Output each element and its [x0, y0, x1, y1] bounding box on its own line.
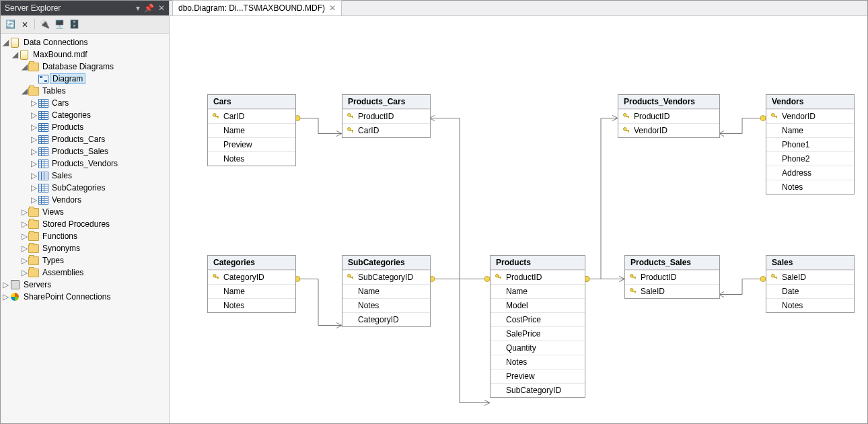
diagram-column[interactable]: Preview — [491, 369, 585, 383]
tree-node-functions[interactable]: Functions — [41, 232, 79, 241]
expand-icon[interactable]: ▷ — [30, 98, 37, 108]
diagram-column[interactable]: VendorID — [618, 123, 719, 137]
diagram-column[interactable]: Name — [208, 284, 295, 298]
diagram-table-header[interactable]: Products — [491, 256, 585, 270]
diagram-column[interactable]: Name — [208, 123, 295, 137]
expand-icon[interactable]: ▷ — [30, 135, 37, 144]
diagram-column[interactable]: VendorID — [766, 109, 854, 123]
tree-node-table[interactable]: Products_Sales — [50, 147, 110, 156]
tree-node-dbdiagrams[interactable]: Database Diagrams — [41, 62, 115, 71]
expand-icon[interactable]: ▷ — [2, 280, 9, 289]
diagram-column[interactable]: CategoryID — [208, 270, 295, 284]
diagram-column[interactable]: Notes — [491, 355, 585, 369]
diagram-column[interactable]: Notes — [208, 151, 295, 166]
diagram-column[interactable]: Name — [491, 284, 585, 298]
add-connection-icon[interactable]: 🗄️ — [69, 19, 79, 30]
expand-icon[interactable]: ▷ — [30, 171, 37, 180]
expand-icon[interactable]: ▷ — [21, 232, 28, 241]
diagram-column[interactable]: Quantity — [491, 341, 585, 355]
refresh-icon[interactable]: 🔄 — [5, 19, 15, 30]
diagram-table-products_vendors[interactable]: Products_VendorsProductIDVendorID — [618, 94, 720, 138]
tree-node-table[interactable]: Vendors — [50, 195, 83, 205]
diagram-column[interactable]: Notes — [208, 298, 295, 312]
tree-node-table[interactable]: Sales — [50, 171, 73, 180]
expand-icon[interactable]: ▷ — [30, 195, 37, 205]
diagram-column[interactable]: Notes — [342, 298, 430, 312]
diagram-column[interactable]: CostPrice — [491, 312, 585, 326]
expand-icon[interactable]: ◢ — [11, 50, 18, 59]
tree-node-tables-folder[interactable]: Tables — [41, 86, 67, 96]
expand-icon[interactable]: ▷ — [21, 244, 28, 253]
diagram-table-products_cars[interactable]: Products_CarsProductIDCarID — [342, 94, 431, 138]
diagram-column[interactable]: ProductID — [625, 270, 719, 284]
diagram-column[interactable]: SaleID — [625, 284, 719, 298]
diagram-column[interactable]: ProductID — [342, 109, 430, 123]
expand-icon[interactable]: ◢ — [21, 86, 28, 96]
diagram-column[interactable]: SubCategoryID — [342, 270, 430, 284]
tree-node-data-connections[interactable]: Data Connections — [22, 38, 89, 47]
diagram-table-header[interactable]: Cars — [208, 95, 295, 109]
tree-node-views[interactable]: Views — [41, 207, 65, 217]
expand-icon[interactable]: ▷ — [21, 219, 28, 229]
diagram-column[interactable]: Preview — [208, 137, 295, 151]
tree-node-table[interactable]: Products — [50, 122, 85, 132]
diagram-column[interactable]: CarID — [342, 123, 430, 137]
add-server-icon[interactable]: 🖥️ — [54, 19, 65, 30]
tree-node-table[interactable]: Products_Vendors — [50, 159, 119, 168]
diagram-column[interactable]: CategoryID — [342, 312, 430, 326]
tree-node-assemblies[interactable]: Assemblies — [41, 268, 85, 277]
diagram-column[interactable]: Address — [766, 166, 854, 180]
diagram-column[interactable]: Phone2 — [766, 151, 854, 166]
expand-icon[interactable]: ▷ — [30, 122, 37, 132]
expand-icon[interactable]: ▷ — [30, 159, 37, 168]
diagram-column[interactable]: Name — [766, 123, 854, 137]
close-icon[interactable]: ✕ — [158, 3, 165, 13]
diagram-table-header[interactable]: Vendors — [766, 95, 854, 109]
dropdown-icon[interactable]: ▾ — [136, 3, 140, 13]
expand-icon[interactable]: ▷ — [30, 110, 37, 120]
diagram-table-products_sales[interactable]: Products_SalesProductIDSaleID — [624, 255, 720, 299]
tree-node-diagram[interactable]: Diagram — [50, 73, 85, 84]
tree-node-sharepoint[interactable]: SharePoint Connections — [22, 292, 112, 302]
tree-node-table[interactable]: Categories — [50, 110, 92, 120]
tree-node-synonyms[interactable]: Synonyms — [41, 244, 81, 253]
expand-icon[interactable]: ▷ — [21, 207, 28, 217]
diagram-table-cars[interactable]: CarsCarIDNamePreviewNotes — [207, 94, 296, 166]
diagram-table-header[interactable]: Products_Sales — [625, 256, 719, 270]
pin-icon[interactable]: 📌 — [144, 3, 154, 13]
diagram-column[interactable]: CarID — [208, 109, 295, 123]
tree-view[interactable]: ◢Data Connections ◢MaxBound.mdf ◢Databas… — [1, 34, 169, 423]
diagram-table-subcategories[interactable]: SubCategoriesSubCategoryIDNameNotesCateg… — [342, 255, 431, 327]
diagram-table-vendors[interactable]: VendorsVendorIDNamePhone1Phone2AddressNo… — [766, 94, 855, 195]
expand-icon[interactable]: ▷ — [2, 292, 9, 302]
diagram-column[interactable]: Notes — [766, 298, 854, 312]
tree-node-sprocs[interactable]: Stored Procedures — [41, 219, 111, 229]
expand-icon[interactable]: ▷ — [30, 183, 37, 192]
expand-icon[interactable]: ◢ — [21, 62, 28, 71]
diagram-table-header[interactable]: Sales — [766, 256, 854, 270]
tree-node-servers[interactable]: Servers — [22, 280, 52, 289]
diagram-column[interactable]: SubCategoryID — [491, 383, 585, 397]
expand-icon[interactable]: ▷ — [21, 256, 28, 265]
diagram-table-categories[interactable]: CategoriesCategoryIDNameNotes — [207, 255, 296, 313]
expand-icon[interactable]: ◢ — [2, 38, 9, 47]
tree-node-table[interactable]: Products_Cars — [50, 135, 106, 144]
diagram-column[interactable]: ProductID — [618, 109, 719, 123]
diagram-column[interactable]: SalePrice — [491, 326, 585, 341]
diagram-column[interactable]: Phone1 — [766, 137, 854, 151]
diagram-table-header[interactable]: Products_Vendors — [618, 95, 719, 109]
expand-icon[interactable]: ▷ — [30, 147, 37, 156]
tree-node-table[interactable]: SubCategories — [50, 183, 106, 192]
connect-icon[interactable]: 🔌 — [39, 19, 50, 30]
tree-node-types[interactable]: Types — [41, 256, 65, 265]
diagram-column[interactable]: Model — [491, 298, 585, 312]
diagram-table-products[interactable]: ProductsProductIDNameModelCostPriceSaleP… — [490, 255, 585, 398]
tree-node-table[interactable]: Cars — [50, 98, 70, 108]
expand-icon[interactable]: ▷ — [21, 268, 28, 277]
diagram-column[interactable]: Notes — [766, 180, 854, 194]
stop-icon[interactable]: ⨯ — [20, 19, 30, 30]
diagram-canvas[interactable]: CarsCarIDNamePreviewNotesProducts_CarsPr… — [170, 16, 867, 423]
diagram-column[interactable]: SaleID — [766, 270, 854, 284]
tab-close-icon[interactable]: ✕ — [329, 3, 336, 13]
diagram-table-header[interactable]: SubCategories — [342, 256, 430, 270]
